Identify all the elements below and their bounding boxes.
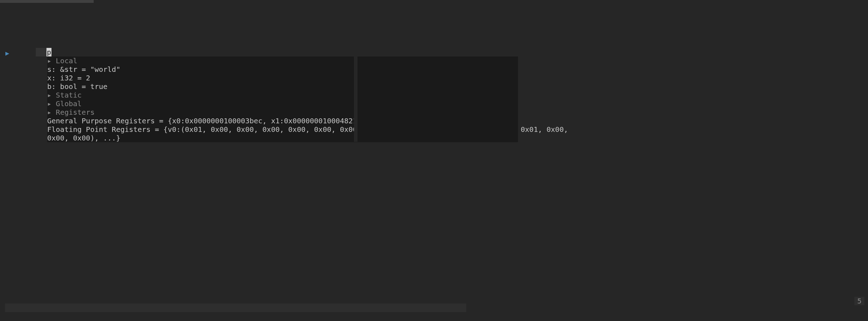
chevron-right-icon: ▸ bbox=[47, 108, 51, 117]
status-number: 5 bbox=[854, 297, 864, 305]
tree-static-label: Static bbox=[51, 91, 82, 99]
horizontal-scrollbar[interactable] bbox=[5, 303, 466, 312]
content-area: p bbox=[36, 48, 51, 56]
tree-registers-label: Registers bbox=[51, 108, 94, 117]
chevron-right-icon: ▸ bbox=[47, 99, 51, 108]
prompt-line[interactable]: p bbox=[36, 48, 51, 56]
tree-local-label: Local bbox=[51, 56, 77, 65]
panel-divider bbox=[354, 56, 357, 142]
secondary-panel bbox=[357, 56, 518, 142]
cursor-input[interactable]: p bbox=[46, 48, 51, 56]
gutter: ▶ bbox=[0, 0, 13, 321]
prompt-highlight bbox=[36, 48, 46, 56]
execution-arrow-icon: ▶ bbox=[5, 49, 9, 57]
tree-global-label: Global bbox=[51, 99, 82, 108]
chevron-right-icon: ▸ bbox=[47, 91, 51, 99]
tab-indicator bbox=[0, 0, 94, 3]
chevron-right-icon: ▸ bbox=[47, 56, 51, 65]
